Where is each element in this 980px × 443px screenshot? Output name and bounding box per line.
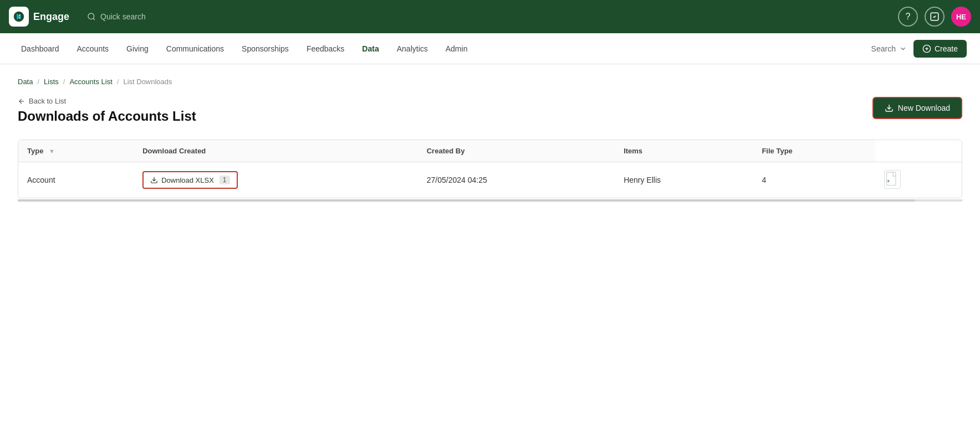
secondary-nav: Dashboard Accounts Giving Communications… [0,33,980,64]
top-bar-right: ? HE [898,7,971,27]
help-button[interactable]: ? [898,7,918,27]
row-created-date: 27/05/2024 04:25 [418,162,615,198]
create-button[interactable]: Create [913,40,967,58]
svg-text:x: x [887,179,889,183]
new-download-button[interactable]: New Download [872,97,962,119]
breadcrumb-sep-2: / [63,78,65,86]
col-file-type: File Type [753,140,875,162]
app-name: Engage [33,11,69,23]
table-header-row: Type ▼ Download Created Created By Items… [18,140,962,162]
scroll-indicator [18,199,962,202]
scroll-thumb [18,199,915,202]
breadcrumb-accounts-list[interactable]: Accounts List [69,78,112,86]
user-avatar[interactable]: HE [951,7,971,27]
main-content: Data / Lists / Accounts List / List Down… [0,64,980,443]
table-row: Account Download XLSX 1 [18,162,962,198]
back-link[interactable]: Back to List [18,97,196,105]
nav-right: Search Create [871,40,967,58]
downloads-table: Type ▼ Download Created Created By Items… [18,140,962,198]
tasks-button[interactable] [925,7,945,27]
downloads-table-container: Type ▼ Download Created Created By Items… [18,140,962,198]
download-icon [885,104,894,112]
page-title-section: Back to List Downloads of Accounts List [18,97,196,124]
nav-analytics[interactable]: Analytics [389,40,436,58]
filter-icon[interactable]: ▼ [49,148,55,154]
xlsx-icon-svg: x [885,171,900,188]
nav-dashboard[interactable]: Dashboard [13,40,67,58]
row-download-btn-cell: Download XLSX 1 [134,162,418,198]
nav-accounts[interactable]: Accounts [69,40,117,58]
nav-sponsorships[interactable]: Sponsorships [234,40,297,58]
download-count-badge: 1 [220,176,230,184]
top-bar: Engage Quick search ? HE [0,0,980,33]
tasks-icon [930,12,940,22]
nav-giving[interactable]: Giving [119,40,156,58]
svg-line-1 [93,18,95,20]
breadcrumb: Data / Lists / Accounts List / List Down… [18,78,962,86]
col-items: Items [615,140,753,162]
xlsx-file-icon: x [884,170,901,189]
quick-search-label: Quick search [100,12,146,21]
logo-wrap[interactable]: Engage [9,7,69,27]
row-file-type: x [875,162,962,198]
arrow-left-icon [18,97,25,105]
col-type: Type ▼ [18,140,134,162]
nav-admin[interactable]: Admin [438,40,476,58]
breadcrumb-lists[interactable]: Lists [44,78,59,86]
download-xlsx-button[interactable]: Download XLSX 1 [142,171,237,189]
breadcrumb-sep-3: / [117,78,119,86]
row-created-by: Henry Ellis [615,162,753,198]
breadcrumb-data[interactable]: Data [18,78,33,86]
search-icon [87,12,96,21]
row-type: Account [18,162,134,198]
logo-icon [9,7,29,27]
nav-communications[interactable]: Communications [159,40,232,58]
nav-data[interactable]: Data [354,40,386,58]
breadcrumb-current: List Downloads [123,78,172,86]
plus-icon [922,44,931,53]
row-items: 4 [753,162,875,198]
nav-feedbacks[interactable]: Feedbacks [299,40,352,58]
breadcrumb-sep-1: / [37,78,39,86]
chevron-down-icon [899,45,907,53]
quick-search-bar[interactable]: Quick search [87,12,146,21]
nav-search[interactable]: Search [871,44,907,53]
download-xlsx-icon [150,176,158,184]
svg-point-0 [88,13,94,19]
col-created-by: Created By [418,140,615,162]
page-header: Back to List Downloads of Accounts List … [18,97,962,124]
col-download-created: Download Created [134,140,418,162]
page-title: Downloads of Accounts List [18,109,196,124]
